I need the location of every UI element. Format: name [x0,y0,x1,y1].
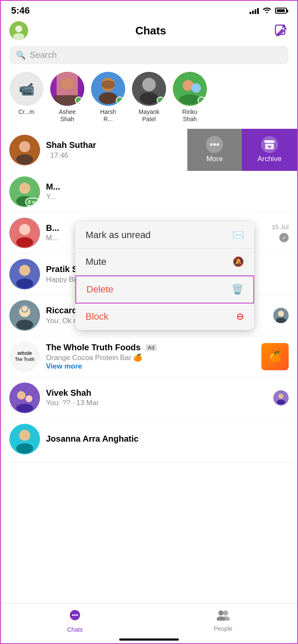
svg-point-45 [26,395,32,402]
bottom-nav: Chats People [1,603,297,643]
svg-point-51 [19,430,30,441]
chat-preview-ad: Orange Cocoa Protein Bar 🍊 [46,353,255,362]
delete-item[interactable]: Delete 🗑️ [75,275,254,304]
story-create[interactable]: 📹 Cr...m [9,72,43,123]
chat-avatar-josanna [9,424,40,454]
mark-unread-label: Mark as unread [86,230,151,241]
status-bar: 5:46 [1,1,297,19]
status-time: 5:46 [11,5,30,16]
story-avatar-1 [50,72,84,106]
online-indicator [157,96,164,104]
page-title: Chats [135,24,166,37]
chat-preview-1: Y... [46,193,289,201]
story-item-1[interactable]: AsheeShah [50,72,84,123]
vivek-thumb [273,390,289,406]
people-icon [216,609,230,624]
ad-badge: Ad [146,344,157,351]
more-label: More [206,155,223,163]
chat-meta-ad: 🍊 [261,343,289,370]
signal-icon [249,7,259,14]
block-item[interactable]: Block ⊖ [75,304,254,330]
badge-8m: 8 m [25,198,39,206]
svg-point-3 [13,33,24,40]
chat-name-1: M... [46,182,289,192]
view-more-link[interactable]: View more [46,362,255,371]
archive-action[interactable]: Archive [242,129,297,171]
svg-point-52 [16,443,33,454]
svg-point-35 [16,278,33,289]
create-story-avatar: 📹 [9,72,43,106]
check-icon-2: ✓ [279,233,289,242]
chat-item-vivek[interactable]: Vivek Shah You: ?? · 13 Mar [1,377,297,419]
chat-meta-vivek [273,390,289,406]
story-item-3[interactable]: MayankPatel [132,72,166,123]
svg-point-24 [16,154,33,165]
camera-icon: 📹 [19,82,34,96]
svg-point-20 [192,83,201,93]
story-label-create: Cr...m [18,108,34,116]
svg-point-28 [19,183,30,194]
svg-point-38 [16,320,33,330]
story-avatar-4 [173,72,207,106]
search-bar[interactable]: 🔍 Search [9,46,289,64]
chat-name-vivek: Vivek Shah [46,388,267,398]
context-menu: Mark as unread ✉️ Mute 🔕 Delete 🗑️ Block… [75,222,254,330]
nav-people[interactable]: People [149,604,297,635]
svg-point-2 [15,26,22,32]
mute-item[interactable]: Mute 🔕 [75,249,254,275]
svg-point-55 [74,614,76,616]
chat-content-josanna: Josanna Arra Anghatic [46,434,289,444]
archive-icon [261,136,278,153]
chat-item-ad[interactable]: wholeThe Truth The Whole Truth Foods Ad … [1,336,297,377]
people-label: People [214,625,232,632]
svg-point-34 [19,265,30,276]
story-label-2: HarshR... [100,108,116,123]
mark-unread-item[interactable]: Mark as unread ✉️ [75,222,254,249]
mute-icon: 🔕 [232,256,244,267]
story-label-3: MayankPatel [138,108,159,123]
mute-label: Mute [86,256,106,267]
search-icon: 🔍 [16,51,26,60]
stories-row: 📹 Cr...m AsheeShah Ha [1,68,297,129]
chat-name-josanna: Josanna Arra Anghatic [46,434,289,444]
archive-label: Archive [258,155,282,163]
svg-rect-26 [265,144,274,149]
svg-point-14 [101,80,115,89]
chat-content-vivek: Vivek Shah You: ?? · 13 Mar [46,388,267,407]
shah-suthar-chat-item[interactable]: Shah Suthar · 17:46 ••• More Archive [1,129,297,171]
chat-preview-vivek: You: ?? · 13 Mar [46,399,267,407]
svg-point-44 [17,391,26,400]
more-action[interactable]: ••• More [187,129,242,171]
swipe-actions: ••• More Archive [187,129,297,171]
svg-rect-25 [264,140,275,143]
svg-point-32 [16,237,33,247]
mark-unread-icon: ✉️ [232,230,244,241]
chat-avatar-riccardo [9,300,40,331]
shah-suthar-avatar [9,135,40,165]
story-label-4: RinkuShah [182,108,198,123]
story-item-4[interactable]: RinkuShah [173,72,207,123]
story-item-2[interactable]: HarshR... [91,72,125,123]
chat-item-josanna[interactable]: Josanna Arra Anghatic [1,419,297,462]
riccardo-thumb [273,308,289,323]
chat-item-1[interactable]: 8 m M... Y... [1,171,297,213]
product-thumbnail: 🍊 [261,343,289,370]
nav-chats[interactable]: Chats [1,604,149,635]
search-placeholder: Search [30,50,57,60]
svg-point-31 [19,224,30,235]
svg-point-54 [72,614,74,616]
svg-point-9 [61,78,73,90]
svg-point-57 [218,610,224,616]
svg-point-17 [140,92,158,104]
svg-point-16 [142,78,156,91]
svg-point-56 [76,614,78,616]
online-indicator [198,96,205,104]
chat-content-1: M... Y... [46,182,289,201]
story-avatar-3 [132,72,166,106]
svg-point-23 [19,141,30,152]
online-indicator [75,96,83,104]
chat-avatar-vivek [9,383,40,413]
header: Chats [1,19,297,44]
self-avatar[interactable] [9,21,28,40]
compose-button[interactable] [273,23,289,38]
